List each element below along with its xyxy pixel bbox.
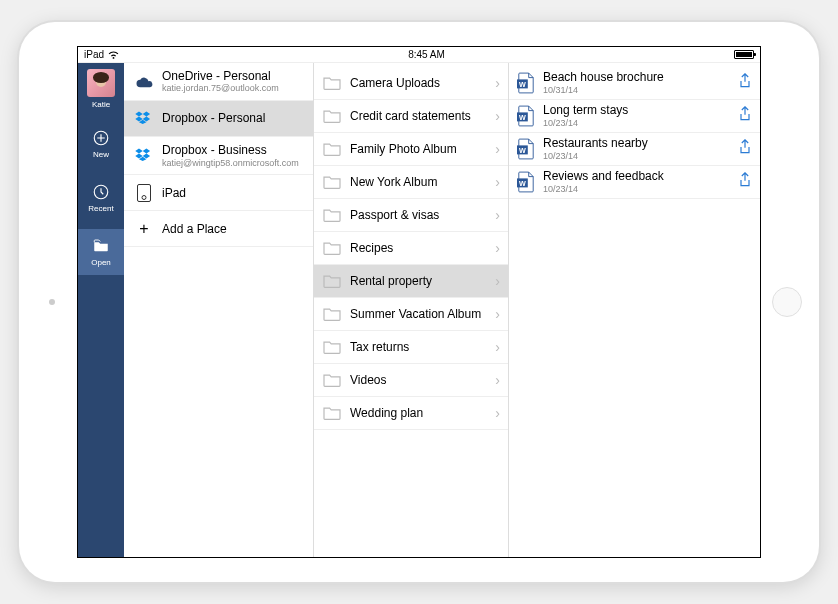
device-label: iPad — [84, 49, 104, 60]
folder-row[interactable]: Family Photo Album› — [314, 133, 508, 166]
new-icon — [92, 129, 110, 147]
folder-title: Summer Vacation Album — [350, 307, 487, 321]
file-row[interactable]: WLong term stays10/23/14 — [509, 100, 760, 133]
folder-title: Rental property — [350, 274, 487, 288]
avatar[interactable] — [87, 69, 115, 97]
place-row[interactable]: +Add a Place — [124, 211, 313, 247]
chevron-right-icon: › — [495, 174, 500, 190]
camera-dot — [49, 299, 55, 305]
folder-row[interactable]: Summer Vacation Album› — [314, 298, 508, 331]
place-row[interactable]: Dropbox - Personal — [124, 101, 313, 137]
word-doc-icon: W — [517, 72, 535, 94]
folder-icon — [322, 306, 342, 322]
place-title: OneDrive - Personal — [162, 69, 303, 83]
file-row[interactable]: WRestaurants nearby10/23/14 — [509, 133, 760, 166]
file-date: 10/23/14 — [543, 184, 730, 194]
folder-row[interactable]: Rental property› — [314, 265, 508, 298]
chevron-right-icon: › — [495, 141, 500, 157]
folder-title: Credit card statements — [350, 109, 487, 123]
share-button[interactable] — [738, 139, 752, 159]
ipad-icon — [137, 184, 151, 202]
chevron-right-icon: › — [495, 75, 500, 91]
share-button[interactable] — [738, 73, 752, 93]
place-row[interactable]: Dropbox - Businesskatiej@wingtip58.onmic… — [124, 137, 313, 175]
home-button[interactable] — [772, 287, 802, 317]
folder-title: Wedding plan — [350, 406, 487, 420]
screen: iPad 8:45 AM Katie New — [77, 46, 761, 558]
word-doc-icon: W — [517, 171, 535, 193]
folder-row[interactable]: New York Album› — [314, 166, 508, 199]
battery-icon — [734, 50, 754, 59]
ipad-frame: iPad 8:45 AM Katie New — [19, 22, 819, 582]
file-row[interactable]: WBeach house brochure10/31/14 — [509, 67, 760, 100]
folder-title: Videos — [350, 373, 487, 387]
folder-row[interactable]: Credit card statements› — [314, 100, 508, 133]
word-doc-icon: W — [517, 105, 535, 127]
folder-title: New York Album — [350, 175, 487, 189]
share-icon — [738, 172, 752, 188]
wifi-icon — [108, 51, 119, 59]
folder-icon — [322, 405, 342, 421]
folder-icon — [322, 372, 342, 388]
chevron-right-icon: › — [495, 108, 500, 124]
dropbox-icon — [135, 148, 153, 164]
folder-row[interactable]: Recipes› — [314, 232, 508, 265]
open-icon — [92, 237, 110, 255]
folder-row[interactable]: Tax returns› — [314, 331, 508, 364]
sidebar-item-open[interactable]: Open — [78, 229, 124, 275]
folder-title: Recipes — [350, 241, 487, 255]
folder-row[interactable]: Camera Uploads› — [314, 67, 508, 100]
folder-row[interactable]: Passport & visas› — [314, 199, 508, 232]
status-time: 8:45 AM — [408, 49, 445, 60]
user-name: Katie — [92, 100, 110, 109]
share-button[interactable] — [738, 106, 752, 126]
folder-icon — [322, 273, 342, 289]
file-title: Restaurants nearby — [543, 137, 730, 151]
folder-row[interactable]: Wedding plan› — [314, 397, 508, 430]
sidebar-item-new[interactable]: New — [78, 121, 124, 167]
folder-icon — [322, 141, 342, 157]
svg-text:W: W — [519, 113, 526, 122]
chevron-right-icon: › — [495, 405, 500, 421]
folder-icon — [322, 174, 342, 190]
file-date: 10/31/14 — [543, 85, 730, 95]
place-subtitle: katie.jordan.75@outlook.com — [162, 83, 303, 94]
folders-column: Camera Uploads›Credit card statements›Fa… — [314, 63, 509, 557]
chevron-right-icon: › — [495, 306, 500, 322]
place-row[interactable]: OneDrive - Personalkatie.jordan.75@outlo… — [124, 63, 313, 101]
sidebar: Katie New Recent Open — [78, 63, 124, 557]
folder-row[interactable]: Videos› — [314, 364, 508, 397]
file-title: Reviews and feedback — [543, 170, 730, 184]
status-bar: iPad 8:45 AM — [78, 47, 760, 63]
share-icon — [738, 73, 752, 89]
file-date: 10/23/14 — [543, 151, 730, 161]
sidebar-label-open: Open — [91, 258, 111, 267]
share-icon — [738, 139, 752, 155]
files-column: WBeach house brochure10/31/14WLong term … — [509, 63, 760, 557]
folder-icon — [322, 207, 342, 223]
folder-icon — [322, 75, 342, 91]
sidebar-label-new: New — [93, 150, 109, 159]
folder-title: Tax returns — [350, 340, 487, 354]
place-title: Add a Place — [162, 222, 303, 236]
place-row[interactable]: iPad — [124, 175, 313, 211]
share-button[interactable] — [738, 172, 752, 192]
chevron-right-icon: › — [495, 339, 500, 355]
plus-icon: + — [139, 220, 148, 238]
place-title: Dropbox - Personal — [162, 111, 303, 125]
svg-text:W: W — [519, 179, 526, 188]
folder-icon — [322, 339, 342, 355]
file-title: Long term stays — [543, 104, 730, 118]
place-subtitle: katiej@wingtip58.onmicrosoft.com — [162, 158, 303, 169]
sidebar-label-recent: Recent — [88, 204, 113, 213]
place-title: Dropbox - Business — [162, 143, 303, 157]
dropbox-icon — [135, 111, 153, 127]
sidebar-item-recent[interactable]: Recent — [78, 175, 124, 221]
file-row[interactable]: WReviews and feedback10/23/14 — [509, 166, 760, 199]
chevron-right-icon: › — [495, 207, 500, 223]
places-column: OneDrive - Personalkatie.jordan.75@outlo… — [124, 63, 314, 557]
folder-title: Passport & visas — [350, 208, 487, 222]
chevron-right-icon: › — [495, 273, 500, 289]
place-title: iPad — [162, 186, 303, 200]
chevron-right-icon: › — [495, 372, 500, 388]
